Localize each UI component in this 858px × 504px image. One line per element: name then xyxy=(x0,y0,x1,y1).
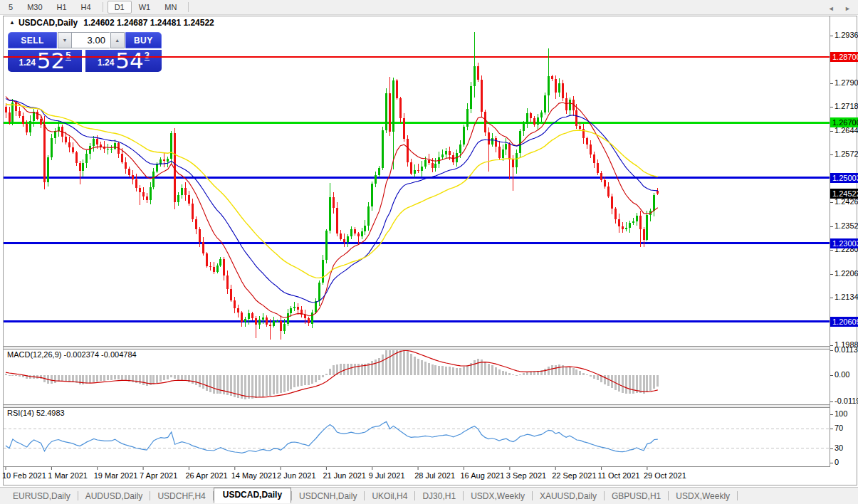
price-axis-label: 1.22060 xyxy=(835,269,858,278)
timeframe-button-d1[interactable]: D1 xyxy=(108,1,132,14)
price-axis-label: 1.27180 xyxy=(835,102,858,111)
rsi-axis-label: 30 xyxy=(835,443,843,453)
price-level-badge-1.24522: 1.24522 xyxy=(830,189,858,199)
macd-axis-label: 0.01135 xyxy=(835,345,858,355)
price-level-badge-1.26700: 1.26700 xyxy=(830,117,858,127)
date-axis-label: 7 Apr 2021 xyxy=(140,471,177,480)
axis-tick xyxy=(830,429,833,429)
axis-tick xyxy=(830,350,833,351)
axis-tick xyxy=(830,414,833,415)
timeframe-button-m30[interactable]: M30 xyxy=(20,1,49,14)
macd-label: MACD(12,26,9) -0.002374 -0.004784 xyxy=(7,350,137,359)
rsi-axis-label: 100 xyxy=(835,409,847,419)
date-axis-label: 10 Feb 2021 xyxy=(2,471,46,480)
chart-tab-ukoil-h4[interactable]: UKOil,H4 xyxy=(365,489,414,503)
price-axis-label: 1.21340 xyxy=(835,293,858,302)
price-level-badge-1.28700: 1.28700 xyxy=(830,52,858,62)
axis-tick xyxy=(830,463,833,463)
timeframe-button-h4[interactable]: H4 xyxy=(74,1,98,14)
date-axis-label: 19 Mar 2021 xyxy=(94,471,138,480)
date-axis-label: 28 Jul 2021 xyxy=(414,471,455,480)
chart-tab-xauusd-daily[interactable]: XAUUSD,Daily xyxy=(533,489,604,503)
date-axis-label: 11 Oct 2021 xyxy=(598,471,640,480)
price-axis-label: 1.27900 xyxy=(835,78,858,88)
date-axis-ticks xyxy=(4,467,830,471)
chart-tab-dj30-h1[interactable]: DJ30,H1 xyxy=(415,489,463,503)
price-level-badge-1.25003: 1.25003 xyxy=(830,173,858,183)
axis-tick xyxy=(830,226,833,227)
date-axis-label: 3 Sep 2021 xyxy=(506,471,546,480)
chart-tab-usdchf-h4[interactable]: USDCHF,H4 xyxy=(150,489,212,503)
axis-tick xyxy=(830,375,833,376)
axis-tick xyxy=(830,83,833,84)
axis-tick xyxy=(830,202,833,203)
axis-tick xyxy=(830,298,833,298)
tab-scroll-arrows: ◄ ► xyxy=(820,5,851,12)
chart-tab-usdx-weekly[interactable]: USDX,Weekly xyxy=(464,489,532,503)
axis-tick xyxy=(830,250,833,251)
price-level-badge-1.23003: 1.23003 xyxy=(830,238,858,248)
date-axis-label: 14 May 2021 xyxy=(231,471,277,480)
chart-tab-usdcad-daily[interactable]: USDCAD,Daily xyxy=(214,488,291,503)
axis-tick xyxy=(830,448,833,449)
axis-tick xyxy=(830,131,833,132)
date-axis-label: 1 Mar 2021 xyxy=(48,471,88,480)
price-axis-label: 1.25720 xyxy=(835,149,858,159)
rsi-axis-label: 0 xyxy=(835,458,839,467)
chart-tab-gbpusd-h1[interactable]: GBPUSD,H1 xyxy=(605,489,668,503)
timeframe-button-w1[interactable]: W1 xyxy=(132,1,158,14)
candlestick-chart[interactable] xyxy=(4,21,830,347)
date-axis-label: 16 Aug 2021 xyxy=(461,471,505,480)
timeframe-button-h1[interactable]: H1 xyxy=(50,1,74,14)
chart-tab-eurusd-daily[interactable]: EURUSD,Daily xyxy=(6,489,78,503)
toolbar-separator xyxy=(103,2,103,12)
axis-tick xyxy=(830,36,833,36)
timeframe-toolbar: 5M30H1H4D1W1MN xyxy=(0,0,858,15)
date-axis-label: 9 Jul 2021 xyxy=(369,471,405,480)
macd-axis-label: -0.01190 xyxy=(835,397,858,406)
rsi-indicator-chart[interactable] xyxy=(4,407,830,466)
macd-axis-label: 0.00 xyxy=(835,370,849,379)
axis-tick xyxy=(830,345,833,346)
tab-scroll-right-icon[interactable]: ► xyxy=(844,5,851,12)
tab-scroll-left-icon[interactable]: ◄ xyxy=(828,5,835,12)
axis-tick xyxy=(830,154,833,155)
chart-tab-audusd-daily[interactable]: AUDUSD,Daily xyxy=(78,489,150,503)
date-axis-label: 26 Apr 2021 xyxy=(185,471,227,480)
chart-tab-bar: EURUSD,DailyAUDUSD,DailyUSDCHF,H4USDCAD,… xyxy=(0,487,858,504)
date-axis-label: 29 Oct 2021 xyxy=(644,471,686,480)
axis-tick xyxy=(830,401,833,402)
rsi-axis-label: 70 xyxy=(835,424,843,433)
chart-tab-usdcnh-daily[interactable]: USDCNH,Daily xyxy=(292,489,364,503)
timeframe-button-5[interactable]: 5 xyxy=(1,1,20,14)
chart-tab-usdx-weekly[interactable]: USDX,Weekly xyxy=(669,489,737,503)
date-axis-label: 22 Sep 2021 xyxy=(552,471,596,480)
toolbar-separator xyxy=(188,2,189,12)
axis-tick xyxy=(830,274,833,275)
tab-separator xyxy=(737,491,738,500)
price-level-badge-1.20609: 1.20609 xyxy=(830,317,858,327)
mt4-terminal: 5M30H1H4D1W1MN ▲USDCAD,Daily1.24602 1.24… xyxy=(0,0,858,504)
axis-tick xyxy=(830,107,833,107)
price-axis[interactable]: 1.293601.279001.271801.264401.257201.242… xyxy=(830,16,858,485)
date-axis-label: 2 Jun 2021 xyxy=(277,471,315,480)
timeframe-button-mn[interactable]: MN xyxy=(157,1,184,14)
rsi-label: RSI(14) 52.4983 xyxy=(7,409,65,417)
price-axis-label: 1.23520 xyxy=(835,221,858,231)
date-axis-label: 21 Jun 2021 xyxy=(323,471,366,480)
price-axis-label: 1.29360 xyxy=(835,31,858,40)
